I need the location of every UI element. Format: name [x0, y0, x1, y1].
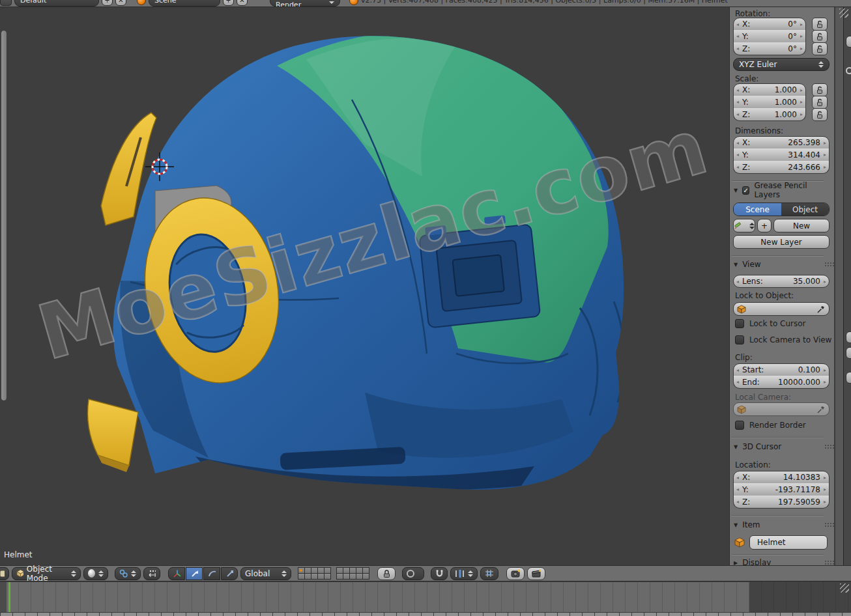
layer-selector — [298, 567, 369, 580]
render-border-row[interactable]: Render Border — [735, 421, 806, 430]
sidebar-scrollbar-thumb[interactable] — [1, 30, 7, 401]
layer-grid-left[interactable] — [298, 567, 331, 580]
cursor3d-panel-header[interactable]: ▼ 3D Cursor — [734, 441, 822, 452]
dropdown-arrows-icon — [329, 0, 334, 4]
timeline-frame-ruler[interactable] — [0, 612, 851, 616]
lock-camera-row[interactable]: Lock Camera to View — [735, 335, 831, 344]
render-border-checkbox[interactable] — [735, 421, 744, 430]
add-scene-button[interactable]: + — [223, 0, 234, 6]
scene-selector[interactable]: Scene — [149, 0, 220, 7]
add-layout-button[interactable]: + — [102, 0, 113, 6]
helmet-chin-plate — [88, 399, 138, 466]
scale-x-lock-button[interactable] — [812, 83, 828, 96]
unlock-icon — [816, 45, 824, 53]
lock-camera-checkbox[interactable] — [735, 335, 744, 344]
dropdown-arrows-icon — [749, 223, 755, 229]
transform-orientation-dropdown[interactable]: Global — [240, 567, 291, 580]
dropdown-arrows-icon — [818, 61, 824, 68]
panel-drag-grip[interactable] — [824, 262, 834, 267]
delete-layout-button[interactable]: ✕ — [115, 0, 126, 6]
dimensions-section-label: Dimensions: — [735, 126, 783, 135]
3d-viewport[interactable]: MoeSizzlac.com Helmet — [0, 7, 729, 565]
area-resize-grip[interactable] — [840, 583, 849, 593]
pivot-point-dropdown[interactable] — [115, 567, 141, 580]
scale-y-field[interactable]: Y:1.000 — [733, 96, 806, 109]
clip-start-field[interactable]: Start:0.100 — [733, 363, 829, 376]
grease-pencil-checkbox[interactable]: ✓ — [742, 186, 749, 195]
scale-section-label: Scale: — [735, 74, 758, 83]
manipulator-toggle-button[interactable] — [168, 567, 185, 580]
viewport-header-toolbar: Object Mode — [0, 565, 851, 581]
render-engine-selector[interactable]: Blender Render — [270, 0, 340, 7]
3d-view-editor-icon — [0, 570, 5, 578]
local-camera-field[interactable] — [733, 402, 829, 416]
grease-add-button[interactable]: + — [757, 219, 772, 232]
mode-dropdown[interactable]: Object Mode — [12, 567, 81, 580]
translate-manipulator-button[interactable] — [186, 567, 203, 580]
scene-lock-button[interactable] — [377, 567, 396, 580]
scale-handle-icon — [225, 569, 233, 578]
editor-type-icon[interactable] — [0, 0, 12, 6]
display-panel-header[interactable]: ▶ Display — [734, 557, 822, 565]
eyedropper-icon[interactable] — [816, 305, 826, 314]
lock-to-object-field[interactable] — [733, 302, 829, 316]
rotation-x-field[interactable]: X:0° — [733, 18, 806, 31]
delete-scene-button[interactable]: ✕ — [237, 0, 248, 6]
opengl-animation-button[interactable] — [527, 567, 545, 580]
rotation-y-lock-button[interactable] — [812, 30, 828, 43]
rotation-z-field[interactable]: Z:0° — [733, 42, 806, 55]
object-name-field[interactable]: Helmet — [749, 535, 828, 550]
dimension-z-field[interactable]: Z:243.666 — [733, 161, 829, 174]
opengl-render-button[interactable] — [506, 567, 525, 580]
grease-pencil-panel-header[interactable]: ▼ ✓ Grease Pencil Layers — [734, 185, 822, 195]
manipulate-centers-button[interactable] — [143, 567, 160, 580]
layer-grid-right[interactable] — [336, 567, 369, 580]
lock-to-cursor-row[interactable]: Lock to Cursor — [735, 319, 805, 328]
panel-drag-grip[interactable] — [824, 444, 834, 449]
sidebar-scrollbar[interactable] — [835, 7, 843, 565]
item-panel-header[interactable]: ▼ Item — [734, 520, 822, 530]
screen-layout-selector[interactable]: Default — [14, 0, 99, 7]
dimension-x-field[interactable]: X:265.398 — [733, 136, 829, 149]
unlock-icon — [816, 86, 824, 94]
caret-down-icon: ▼ — [734, 262, 738, 268]
grease-tab-object[interactable]: Object — [781, 203, 829, 216]
proportional-edit-dropdown[interactable] — [402, 567, 424, 580]
cursor-z-field[interactable]: Z:197.59059 — [733, 496, 829, 509]
scale-manipulator-button[interactable] — [221, 567, 238, 580]
timeline-out-of-range — [749, 582, 851, 612]
rotate-manipulator-button[interactable] — [203, 567, 220, 580]
rotation-y-field[interactable]: Y:0° — [733, 30, 806, 43]
scale-z-field[interactable]: Z:1.000 — [733, 108, 806, 121]
panel-drag-grip[interactable] — [824, 522, 834, 527]
scale-x-field[interactable]: X:1.000 — [733, 83, 806, 96]
new-layer-button[interactable]: New Layer — [733, 235, 829, 249]
snap-toggle-button[interactable] — [431, 567, 448, 580]
grease-pencil-mode-dropdown[interactable] — [733, 219, 755, 232]
viewport-shading-dropdown[interactable] — [83, 567, 108, 580]
panel-drag-grip[interactable] — [824, 560, 834, 565]
timeline-editor[interactable] — [0, 582, 851, 616]
dropdown-arrows-icon — [131, 570, 136, 577]
editor-type-button[interactable] — [0, 567, 9, 580]
area-resize-grip[interactable] — [839, 8, 848, 18]
rotation-z-lock-button[interactable] — [812, 42, 828, 55]
view-panel-header[interactable]: ▼ View — [734, 259, 822, 270]
render-camera-icon — [511, 569, 520, 578]
scale-z-lock-button[interactable] — [812, 108, 828, 121]
snap-element-dropdown[interactable] — [450, 567, 478, 580]
rotation-x-lock-button[interactable] — [812, 18, 828, 31]
cursor-y-field[interactable]: Y:-193.71178 — [733, 483, 829, 496]
grease-tab-scene[interactable]: Scene — [734, 203, 781, 216]
dimension-y-field[interactable]: Y:314.404 — [733, 148, 829, 161]
eyedropper-icon[interactable] — [816, 405, 826, 414]
clip-end-field[interactable]: End:10000.000 — [733, 376, 829, 389]
grease-new-button[interactable]: New — [773, 219, 829, 232]
scale-y-lock-button[interactable] — [812, 96, 828, 109]
snap-target-button[interactable] — [480, 567, 498, 580]
rotation-mode-dropdown[interactable]: XYZ Euler — [733, 58, 829, 71]
cursor-x-field[interactable]: X:14.10383 — [733, 471, 829, 484]
lens-field[interactable]: Lens:35.000 — [733, 275, 829, 288]
timeline-playhead[interactable] — [8, 582, 10, 612]
lock-to-cursor-checkbox[interactable] — [735, 319, 744, 328]
